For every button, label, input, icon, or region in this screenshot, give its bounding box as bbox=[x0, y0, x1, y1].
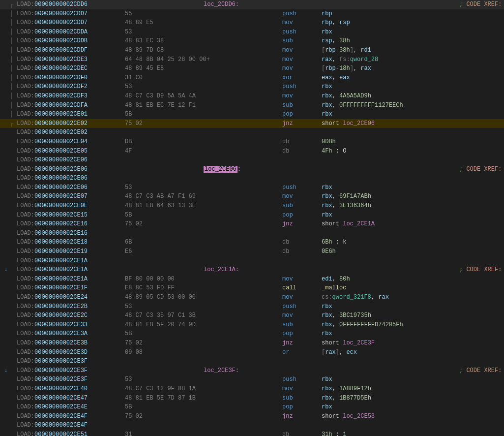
line-indicator bbox=[10, 311, 17, 320]
line-indicator bbox=[10, 293, 17, 302]
bytes: 48 C7 C3 D9 5A 5A 4A bbox=[125, 92, 204, 101]
operands: rbx bbox=[322, 82, 459, 92]
address: LOAD:00000000002CDDB bbox=[17, 36, 125, 46]
mnemonic: sub bbox=[282, 101, 322, 110]
line-indicator bbox=[10, 412, 17, 421]
table-row: LOAD:00000000002CE4048 C7 C3 12 9F 88 1A… bbox=[0, 384, 504, 394]
address: LOAD:00000000002CE1F bbox=[17, 283, 125, 293]
address: LOAD:00000000002CE18 bbox=[17, 238, 125, 247]
mnemonic: mov bbox=[282, 384, 322, 394]
table-row: │LOAD:00000000002CDDA53pushrbx bbox=[0, 28, 504, 37]
operands: short loc_2CE06 bbox=[322, 119, 459, 128]
line-indicator: │ bbox=[10, 46, 17, 55]
address: LOAD:00000000002CE02 bbox=[17, 128, 125, 137]
table-row: LOAD:00000000002CE19E6db0E6h bbox=[0, 247, 504, 256]
mnemonic: pop bbox=[282, 211, 322, 220]
line-indicator: │ bbox=[10, 36, 17, 46]
operands: rax, fs:qword_28 bbox=[322, 55, 459, 64]
line-indicator bbox=[10, 265, 17, 275]
table-row: LOAD:00000000002CE4F75 02jnzshort loc_2C… bbox=[0, 412, 504, 421]
address: LOAD:00000000002CE1A bbox=[17, 275, 125, 284]
bytes: 53 bbox=[125, 375, 204, 384]
mnemonic: db bbox=[282, 430, 322, 436]
mnemonic: mov bbox=[282, 311, 322, 320]
bytes: 5B bbox=[125, 211, 204, 220]
address: LOAD:00000000002CDF2 bbox=[17, 82, 125, 92]
label: loc_2CE3F: bbox=[204, 366, 282, 375]
operands: rbx bbox=[322, 302, 459, 311]
address: LOAD:00000000002CE06 bbox=[17, 183, 125, 192]
address: LOAD:00000000002CE1A bbox=[17, 265, 125, 275]
bytes: 48 81 EB 5F 20 74 9D bbox=[125, 320, 204, 330]
operands: rbx bbox=[322, 403, 459, 412]
line-indicator bbox=[10, 147, 17, 156]
mnemonic: jnz bbox=[282, 219, 322, 229]
bytes: 5B bbox=[125, 403, 204, 412]
line-indicator bbox=[10, 275, 17, 284]
bytes: 48 81 EB 64 63 13 3E bbox=[125, 201, 204, 211]
line-indicator bbox=[10, 283, 17, 293]
address: LOAD:00000000002CE40 bbox=[17, 384, 125, 394]
address: LOAD:00000000002CE15 bbox=[17, 211, 125, 220]
address: LOAD:00000000002CE06 bbox=[17, 156, 125, 165]
line-indicator bbox=[10, 201, 17, 211]
line-indicator bbox=[10, 339, 17, 348]
arrow-indicator: ↓ bbox=[2, 366, 10, 375]
table-row: │LOAD:00000000002CDDF48 89 7D C8mov[rbp-… bbox=[0, 46, 504, 55]
bytes: 48 89 7D C8 bbox=[125, 46, 204, 55]
address: LOAD:00000000002CE4E bbox=[17, 403, 125, 412]
bytes: 48 81 EB 5E 7D 87 1B bbox=[125, 394, 204, 403]
line-indicator bbox=[10, 192, 17, 201]
line-indicator bbox=[10, 375, 17, 384]
operands: [rbp-38h], rdi bbox=[322, 46, 459, 55]
bytes: 75 02 bbox=[125, 219, 204, 229]
table-row: LOAD:00000000002CE4E5Bpoprbx bbox=[0, 403, 504, 412]
operands: rbx, 4A5A5AD9h bbox=[322, 92, 459, 101]
table-row: LOAD:00000000002CE4748 81 EB 5E 7D 87 1B… bbox=[0, 394, 504, 403]
bytes: E8 8C 53 FD FF bbox=[125, 283, 204, 293]
comment: ; CODE XREF: main+40↓p bbox=[459, 0, 504, 9]
address: LOAD:00000000002CE1A bbox=[17, 256, 125, 266]
mnemonic: mov bbox=[282, 55, 322, 64]
operands: rsp, 38h bbox=[322, 36, 459, 46]
line-indicator bbox=[10, 320, 17, 330]
address: LOAD:00000000002CE16 bbox=[17, 219, 125, 229]
label: loc_2CE1A: bbox=[204, 265, 282, 275]
table-row: │LOAD:00000000002CDDB48 83 EC 38subrsp, … bbox=[0, 36, 504, 46]
bytes: 75 02 bbox=[125, 339, 204, 348]
operands: short loc_2CE1A bbox=[322, 219, 459, 229]
mnemonic: sub bbox=[282, 201, 322, 211]
operands: rbx bbox=[322, 110, 459, 119]
mnemonic: push bbox=[282, 9, 322, 19]
table-row: ↓ LOAD:00000000002CE1Aloc_2CE1A:; CODE X… bbox=[0, 265, 504, 275]
table-row: LOAD:00000000002CE1A bbox=[0, 256, 504, 266]
address: LOAD:00000000002CDD7 bbox=[17, 18, 125, 28]
line-indicator bbox=[10, 384, 17, 394]
address: LOAD:00000000002CDF3 bbox=[17, 92, 125, 101]
table-row: │LOAD:00000000002CDF253pushrbx bbox=[0, 82, 504, 92]
bytes: 48 C7 C3 35 97 C1 3B bbox=[125, 311, 204, 320]
bytes: 75 02 bbox=[125, 119, 204, 128]
bytes: 75 02 bbox=[125, 412, 204, 421]
line-indicator bbox=[10, 357, 17, 366]
operands: rbx, 69F1A7ABh bbox=[322, 192, 459, 201]
line-indicator: │ bbox=[10, 18, 17, 28]
table-row: LOAD:00000000002CE3D09 08or[rax], ecx bbox=[0, 348, 504, 357]
table-row: LOAD:00000000002CE06 bbox=[0, 156, 504, 165]
mnemonic: mov bbox=[282, 192, 322, 201]
operands: rbx, 1A889F12h bbox=[322, 384, 459, 394]
table-row: LOAD:00000000002CE155Bpoprbx bbox=[0, 211, 504, 220]
operands: eax, eax bbox=[322, 73, 459, 83]
operands: short loc_2CE3F bbox=[322, 339, 459, 348]
bytes: 48 89 45 E8 bbox=[125, 64, 204, 73]
bytes: 48 89 05 CD 53 00 00 bbox=[125, 293, 204, 302]
operands: 0DBh bbox=[322, 137, 459, 147]
line-indicator bbox=[10, 366, 17, 375]
line-indicator: ┌ bbox=[10, 119, 17, 128]
table-row: LOAD:00000000002CE0653pushrbx bbox=[0, 183, 504, 192]
table-row: LOAD:00000000002CE02 bbox=[0, 128, 504, 137]
address: LOAD:00000000002CE4F bbox=[17, 421, 125, 430]
operands: rbx, 3BC19735h bbox=[322, 311, 459, 320]
table-row: LOAD:00000000002CE4F bbox=[0, 421, 504, 430]
table-row: LOAD:00000000002CE3F53pushrbx bbox=[0, 375, 504, 384]
